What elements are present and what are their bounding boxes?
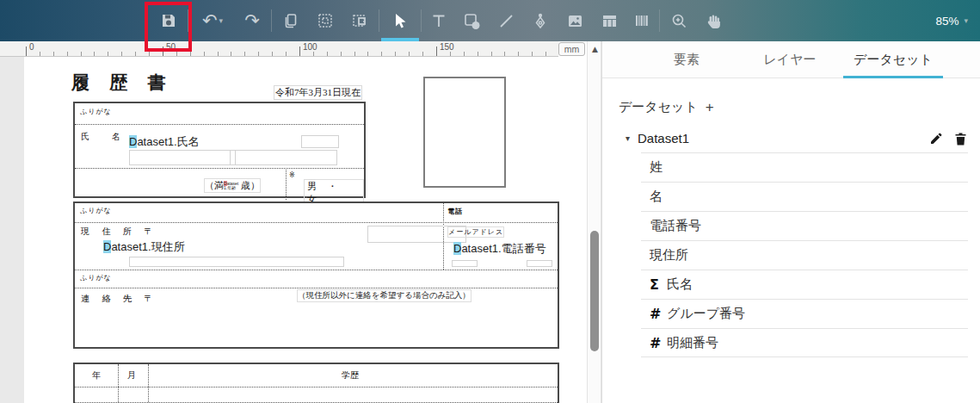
ruler-label: 50 [166,42,176,52]
tab-layers[interactable]: レイヤー [738,41,841,78]
zoom-level-caret-icon: ▾ [964,17,968,25]
pen-tool-button[interactable] [523,0,558,41]
ruler-label: 0 [29,42,34,52]
delete-dataset-button[interactable] [954,132,968,146]
tab-dataset[interactable]: データセット [841,41,945,78]
pen-tool-icon [532,12,549,29]
photo-placeholder-element[interactable] [423,77,506,188]
zoom-level-value: 85% [935,15,958,28]
phone-label[interactable]: 電話 [447,207,463,216]
resume-title-element[interactable]: 履 歴 書 [71,71,174,95]
empty-field-outline[interactable] [452,260,478,267]
dataset-field-row[interactable]: 姓 [641,152,968,182]
panel-tabbar: 要素 レイヤー データセット [602,41,980,78]
collapse-caret-icon[interactable]: ▾ [626,133,630,143]
email-label[interactable]: メールアドレス [447,226,504,238]
hand-tool-icon [705,12,723,30]
contact-label[interactable]: 連 絡 先 〒 [81,293,158,305]
table-tool-button[interactable] [592,0,626,41]
contact-note-element[interactable]: （現住所以外に連絡を希望する場合のみ記入） [297,289,472,302]
toolbar-separator [271,9,272,32]
field-label: 名 [650,189,663,205]
history-table-box[interactable]: 年 月 学歴 [73,363,559,403]
add-dataset-button[interactable]: + [706,100,714,115]
paste-special-icon [351,12,368,29]
history-column-header[interactable]: 学歴 [342,369,359,381]
design-canvas[interactable]: 履 歴 書 令和7年3月31日現在 ふりがな 氏 名 Dataset1.氏名 （… [0,57,587,403]
table-column-divider [118,364,119,403]
undo-button[interactable]: ↶ ▾ [190,0,235,41]
ruler-unit-button[interactable]: mm [558,42,585,56]
table-row-divider [75,387,558,388]
redo-button[interactable]: ↷ [235,0,269,41]
toolbar: ↶ ▾ ↷ [0,0,980,41]
edit-dataset-button[interactable] [929,132,943,146]
scrollbar-up-arrow-icon[interactable]: ▲ [588,41,602,56]
shape-tool-icon [463,12,481,30]
copy-icon [282,12,299,29]
pointer-tool-button[interactable] [381,0,419,41]
toolbar-separator [421,9,422,32]
dataset-field-row[interactable]: # グループ番号 [641,299,968,328]
name-data-field[interactable]: Dataset1.氏名 [129,134,200,150]
address-label[interactable]: 現 住 所 〒 [81,226,158,238]
name-section-box[interactable]: ふりがな 氏 名 Dataset1.氏名 （満Dataset1.年齢歳） ※ 男… [73,102,366,198]
paste-special-button[interactable] [342,0,377,41]
dataset-field-row[interactable]: 電話番号 [641,211,968,240]
pencil-icon [929,133,943,148]
barcode-tool-button[interactable] [626,0,657,41]
dataset-field-row[interactable]: # 明細番号 [641,328,968,357]
ruler-label: 150 [440,42,454,52]
save-button[interactable] [151,0,186,41]
age-prefix-label[interactable]: （満Dataset1.年齢歳） [204,178,261,193]
save-icon [160,12,177,29]
table-tool-icon [601,12,619,30]
empty-field-outline[interactable] [301,135,339,148]
app-window: ↶ ▾ ↷ [0,0,980,403]
ruler-major-ticks [26,46,558,56]
empty-field-outline[interactable] [129,257,344,267]
zoom-in-tool-button[interactable] [662,0,696,41]
month-column-header[interactable]: 月 [127,369,136,381]
dataset-field-row[interactable]: Σ 氏名 [641,270,968,299]
sum-icon: Σ [650,276,667,293]
undo-dropdown-caret-icon[interactable]: ▾ [219,17,224,25]
furigana-label[interactable]: ふりがな [80,107,112,116]
phone-data-field[interactable]: Dataset1.電話番号 [453,241,546,257]
year-column-header[interactable]: 年 [92,369,101,381]
date-note-element[interactable]: 令和7年3月31日現在 [274,85,362,100]
dataset-row[interactable]: ▾ Dataset1 [626,124,968,152]
toolbar-separator [659,9,660,32]
vertical-scrollbar[interactable]: ▲ [587,41,601,403]
dataset-field-row[interactable]: 名 [641,182,968,211]
image-tool-button[interactable] [558,0,592,41]
scrollbar-thumb[interactable] [590,231,599,351]
dataset-field-row[interactable]: 現住所 [641,240,968,270]
gender-note-mark[interactable]: ※ [289,171,296,179]
address-data-field[interactable]: Dataset1.現住所 [103,239,185,255]
line-tool-button[interactable] [489,0,523,41]
undo-icon: ↶ [202,12,218,30]
hand-tool-button[interactable] [696,0,730,41]
row-divider [75,124,364,125]
name-label[interactable]: 氏 名 [81,131,127,143]
age-data-field[interactable]: Dataset1.年齢 [224,182,241,191]
furigana-label[interactable]: ふりがな [80,206,112,215]
field-label: グループ番号 [667,306,745,322]
redo-icon: ↷ [244,12,260,30]
furigana-label[interactable]: ふりがな [80,273,112,282]
empty-field-outline[interactable] [527,260,552,267]
select-all-button[interactable] [308,0,342,41]
copy-button[interactable] [274,0,308,41]
address-section-box[interactable]: ふりがな 電話 現 住 所 〒 Dataset1.現住所 メールアドレス Dat… [73,202,559,349]
field-label: 姓 [650,159,663,176]
shape-tool-button[interactable] [454,0,489,41]
ruler-label: 100 [303,42,317,52]
field-label: 現住所 [650,247,688,264]
empty-field-outline[interactable] [129,150,236,165]
dataset-section-header: データセット + [619,99,980,115]
tab-elements[interactable]: 要素 [635,41,738,78]
zoom-level-dropdown[interactable]: 85% ▾ [935,15,968,28]
text-tool-button[interactable] [423,0,454,41]
empty-field-outline[interactable] [230,150,337,165]
